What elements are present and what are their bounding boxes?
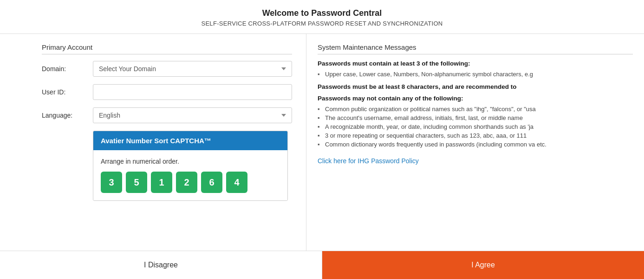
domain-row: Domain: Select Your Domain [42, 61, 292, 77]
page-header: Welcome to Password Central SELF-SERVICE… [0, 0, 644, 34]
rule3-bold: Passwords may not contain any of the fol… [318, 95, 633, 102]
page-subtitle: SELF-SERVICE CROSS-PLATFORM PASSWORD RES… [9, 20, 635, 27]
rule2-bold: Passwords must be at least 8 characters,… [318, 83, 633, 90]
userid-row: User ID: [42, 84, 292, 100]
captcha-header: Avatier Number Sort CAPTCHA™ [93, 131, 287, 150]
policy-link[interactable]: Click here for IHG Password Policy [318, 157, 419, 165]
main-content: Primary Account Domain: Select Your Doma… [0, 34, 644, 251]
userid-control [93, 84, 292, 100]
left-panel: Primary Account Domain: Select Your Doma… [0, 34, 306, 251]
rule1-item: Upper case, Lower case, Numbers, Non-alp… [318, 70, 633, 79]
right-panel: System Maintenance Messages Passwords mu… [306, 34, 644, 251]
page-title: Welcome to Password Central [9, 8, 635, 18]
captcha-body: Arrange in numerical order. 351264 [93, 150, 287, 200]
captcha-numbers: 351264 [101, 172, 280, 193]
captcha-number[interactable]: 3 [101, 172, 122, 193]
disagree-button[interactable]: I Disagree [0, 251, 322, 279]
language-control: English [93, 107, 292, 123]
captcha-number[interactable]: 4 [226, 172, 247, 193]
domain-select[interactable]: Select Your Domain [93, 61, 292, 77]
captcha-number[interactable]: 1 [151, 172, 172, 193]
rule3-item: A recognizable month, year, or date, inc… [318, 122, 633, 131]
rule3-item: The account's username, email address, i… [318, 113, 633, 122]
domain-label: Domain: [42, 65, 93, 73]
language-label: Language: [42, 112, 93, 119]
userid-input[interactable] [93, 84, 292, 100]
captcha-number[interactable]: 6 [201, 172, 222, 193]
rule1-list: Upper case, Lower case, Numbers, Non-alp… [318, 70, 633, 79]
rule1-bold: Passwords must contain at least 3 of the… [318, 60, 633, 67]
language-select[interactable]: English [93, 107, 292, 123]
rule3-item: Common public organization or political … [318, 105, 633, 113]
language-row: Language: English [42, 107, 292, 123]
rule3-item: Common dictionary words frequently used … [318, 140, 633, 149]
agree-button[interactable]: I Agree [322, 251, 644, 279]
rule3-list: Common public organization or political … [318, 105, 633, 149]
captcha-box: Avatier Number Sort CAPTCHA™ Arrange in … [93, 131, 288, 201]
captcha-number[interactable]: 2 [176, 172, 197, 193]
captcha-instruction: Arrange in numerical order. [101, 158, 280, 165]
captcha-number[interactable]: 5 [126, 172, 147, 193]
domain-control: Select Your Domain [93, 61, 292, 77]
userid-label: User ID: [42, 88, 93, 96]
footer-buttons: I Disagree I Agree [0, 251, 644, 279]
primary-account-title: Primary Account [42, 43, 292, 54]
maintenance-title: System Maintenance Messages [318, 43, 633, 54]
rule3-item: 3 or more repeating or sequential charac… [318, 131, 633, 140]
